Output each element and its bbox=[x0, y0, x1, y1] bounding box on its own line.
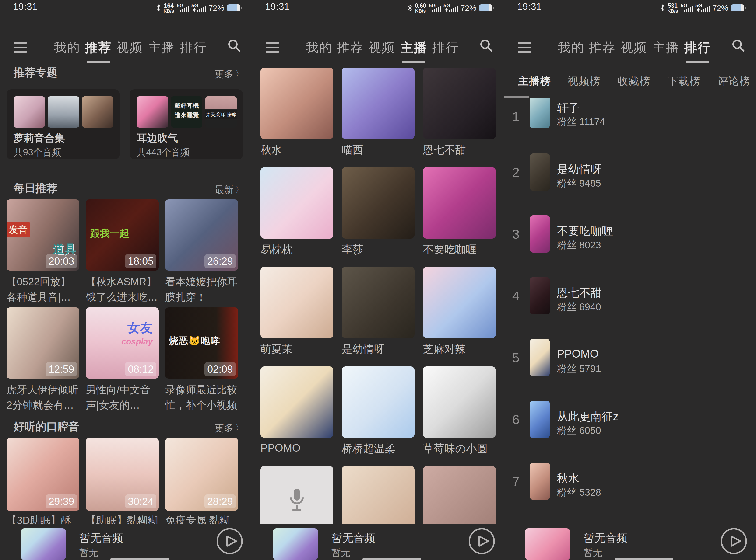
anchor-card[interactable] bbox=[342, 366, 414, 438]
anchor-card[interactable] bbox=[260, 68, 333, 139]
video-title[interactable]: 看本嬷嬷把你耳膜扎穿！ bbox=[165, 274, 239, 306]
tab-recommend[interactable]: 推荐 bbox=[589, 39, 616, 56]
anchor-card[interactable] bbox=[423, 167, 496, 239]
anchor-name[interactable]: 恩七不甜 bbox=[557, 285, 602, 300]
video-thumb[interactable]: 12:59 bbox=[6, 307, 79, 379]
anchor-card[interactable] bbox=[260, 167, 333, 239]
subtab-comment-rank[interactable]: 评论榜 bbox=[717, 74, 750, 88]
video-thumb[interactable]: 女友 cosplay 08:12 bbox=[86, 307, 159, 379]
anchor-card[interactable] bbox=[423, 68, 496, 139]
video-title[interactable]: 【秋水ASMR】饿了么进来吃… bbox=[86, 274, 160, 306]
video-title[interactable]: 男性向/中文音声|女友的… bbox=[86, 382, 160, 414]
anchor-card[interactable] bbox=[423, 366, 496, 438]
tab-mine[interactable]: 我的 bbox=[558, 39, 584, 56]
collection-thumb: 梵天采耳·按摩 bbox=[206, 96, 237, 127]
anchor-name[interactable]: PPOMO bbox=[557, 347, 599, 360]
fans-count: 粉丝 9485 bbox=[557, 177, 601, 190]
collection-card-ear[interactable]: 戴好耳機進來睡覺 梵天采耳·按摩 耳边吹气 共443个音频 bbox=[130, 89, 243, 159]
anchor-avatar[interactable] bbox=[530, 277, 550, 314]
anchor-name[interactable]: 秋水 bbox=[557, 471, 579, 486]
player-album-art[interactable] bbox=[273, 528, 318, 560]
anchor-avatar[interactable] bbox=[530, 215, 550, 253]
video-title[interactable]: 【0522回放】各种道具音|… bbox=[6, 274, 80, 306]
subtab-video-rank[interactable]: 视频榜 bbox=[568, 74, 601, 88]
latest-link[interactable]: 最新 〉 bbox=[215, 183, 244, 196]
latest-label: 最新 bbox=[215, 183, 233, 196]
tab-recommend[interactable]: 推荐 bbox=[337, 39, 364, 56]
video-thumb[interactable]: 26:29 bbox=[165, 199, 238, 271]
video-thumb[interactable]: 烧恶🐱咆哮 02:09 bbox=[165, 307, 238, 379]
tab-recommend[interactable]: 推荐 bbox=[85, 39, 112, 56]
video-thumb[interactable]: 29:39 bbox=[6, 438, 79, 511]
anchor-name[interactable]: 从此更南征z bbox=[557, 409, 619, 424]
play-button[interactable] bbox=[216, 527, 243, 555]
anchor-name[interactable]: 轩子 bbox=[557, 101, 579, 116]
tab-video[interactable]: 视频 bbox=[116, 39, 143, 56]
menu-button[interactable] bbox=[266, 42, 279, 53]
subtab-download-rank[interactable]: 下载榜 bbox=[667, 74, 700, 88]
collection-title: 耳边吹气 bbox=[137, 131, 178, 145]
anchor-name: 李莎 bbox=[342, 242, 363, 257]
video-thumb[interactable]: 28:29 bbox=[165, 438, 238, 511]
signal-bars-icon bbox=[180, 6, 189, 12]
scroll-indicator[interactable] bbox=[504, 96, 529, 98]
clock: 19:31 bbox=[265, 1, 290, 12]
tab-rank[interactable]: 排行 bbox=[684, 39, 711, 56]
anchor-avatar[interactable] bbox=[530, 401, 550, 438]
tab-rank[interactable]: 排行 bbox=[432, 39, 459, 56]
section-title-daily: 每日推荐 bbox=[14, 181, 57, 196]
tab-anchor[interactable]: 主播 bbox=[149, 39, 175, 56]
anchor-avatar[interactable] bbox=[530, 98, 550, 128]
collection-thumb bbox=[48, 96, 79, 127]
battery-icon bbox=[479, 4, 492, 12]
search-icon[interactable] bbox=[227, 38, 241, 53]
tab-video[interactable]: 视频 bbox=[620, 39, 647, 56]
video-title[interactable]: 虎牙大伊伊倾听2分钟就会有… bbox=[6, 382, 80, 414]
player-album-art[interactable] bbox=[525, 528, 570, 560]
tab-video[interactable]: 视频 bbox=[368, 39, 395, 56]
video-thumb[interactable]: 30:24 bbox=[86, 438, 159, 511]
tab-anchor[interactable]: 主播 bbox=[653, 39, 679, 56]
anchor-name: 草莓味の小圆 bbox=[423, 441, 488, 456]
anchor-name[interactable]: 是幼情呀 bbox=[557, 162, 602, 177]
more-label: 更多 bbox=[215, 68, 233, 80]
battery-icon bbox=[731, 4, 744, 12]
data-arrows-icon bbox=[445, 8, 448, 12]
menu-button[interactable] bbox=[518, 42, 531, 53]
video-thumb[interactable]: 跟我一起 18:05 bbox=[86, 199, 159, 271]
anchor-name: 芝麻对辣 bbox=[423, 342, 466, 356]
anchor-card[interactable] bbox=[342, 68, 414, 139]
more-topics-link[interactable]: 更多 〉 bbox=[215, 68, 244, 80]
play-button[interactable] bbox=[468, 527, 495, 555]
anchor-avatar[interactable] bbox=[530, 462, 550, 500]
anchor-card[interactable] bbox=[342, 267, 414, 338]
anchor-card[interactable] bbox=[260, 366, 333, 438]
anchor-card[interactable] bbox=[423, 267, 496, 338]
anchor-avatar[interactable] bbox=[530, 154, 550, 191]
tab-anchor[interactable]: 主播 bbox=[401, 39, 427, 56]
search-icon[interactable] bbox=[731, 38, 745, 53]
video-thumb[interactable]: 发音 道具 20:03 bbox=[6, 199, 79, 271]
play-button[interactable] bbox=[720, 527, 748, 555]
anchor-avatar[interactable] bbox=[530, 339, 550, 376]
status-icons: 531 KB/s 5G 5G 72% bbox=[660, 1, 744, 15]
anchor-card[interactable] bbox=[342, 167, 414, 239]
rank-number: 5 bbox=[506, 350, 525, 365]
collection-card-loli[interactable]: 萝莉音合集 共93个音频 bbox=[6, 89, 119, 159]
player-album-art[interactable] bbox=[21, 528, 66, 560]
video-title[interactable]: 录像师最近比较忙，补个小视频 bbox=[165, 382, 239, 414]
net-speed-value: 531 bbox=[668, 3, 678, 8]
tab-mine[interactable]: 我的 bbox=[54, 39, 80, 56]
tab-mine[interactable]: 我的 bbox=[306, 39, 332, 56]
menu-button[interactable] bbox=[14, 42, 27, 53]
more-mouth-link[interactable]: 更多 〉 bbox=[215, 422, 244, 435]
duration-badge: 08:12 bbox=[125, 362, 156, 376]
search-icon[interactable] bbox=[479, 38, 493, 53]
thumb-badge: 发音 bbox=[6, 222, 30, 237]
anchor-card[interactable] bbox=[260, 267, 333, 338]
subtab-favorite-rank[interactable]: 收藏榜 bbox=[618, 74, 651, 88]
tab-rank[interactable]: 排行 bbox=[180, 39, 207, 56]
subtab-anchor-rank[interactable]: 主播榜 bbox=[518, 74, 551, 88]
battery-percent: 72% bbox=[461, 3, 477, 13]
anchor-name[interactable]: 不要吃咖喱 bbox=[557, 224, 613, 239]
